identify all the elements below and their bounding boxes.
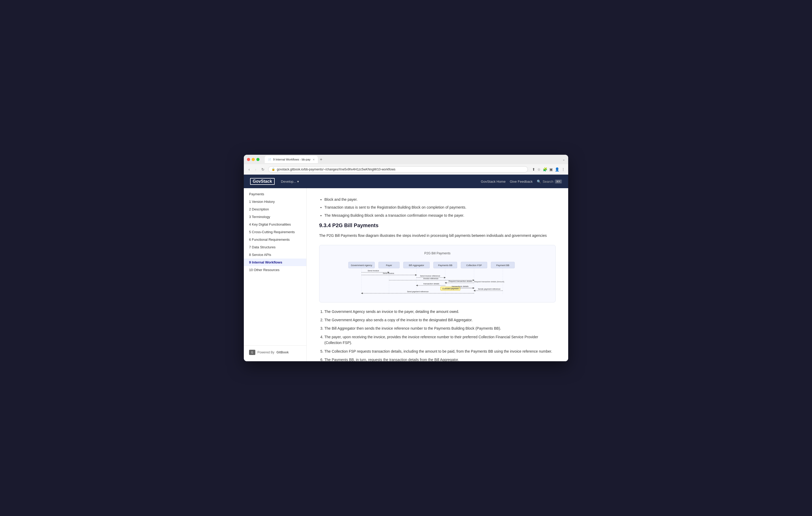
feedback-link[interactable]: Give Feedback (510, 180, 532, 183)
numbered-item-1: The Government Agency sends an invoice t… (324, 309, 556, 314)
diagram-title: P2G Bill Payments (326, 251, 549, 255)
toolbar-icons: ⬆ ☆ 🧩 ▣ 👤 ⋮ (532, 167, 565, 172)
content-area: Block and the payer. Transaction status … (307, 188, 568, 361)
svg-text:Invoice reference: Invoice reference (423, 277, 438, 280)
svg-text:Sends payment reference: Sends payment reference (478, 288, 500, 290)
svg-text:Government Agency: Government Agency (351, 264, 372, 267)
svg-text:Payment BB: Payment BB (496, 264, 509, 267)
home-link[interactable]: GovStack Home (481, 180, 506, 183)
sidebar-footer: G Powered By GitBook (244, 345, 306, 359)
top-bullet-list: Block and the payer. Transaction status … (324, 196, 556, 218)
svg-text:Send invoice reference: Send invoice reference (420, 275, 440, 277)
share-icon[interactable]: ⬆ (532, 167, 535, 172)
app-layout: GovStack Develop... ▾ GovStack Home Give… (244, 175, 568, 361)
address-input[interactable]: 🔒 govstack.gitbook.io/bb-payments/~/chan… (268, 166, 528, 173)
reload-button[interactable]: ↻ (260, 166, 266, 173)
gitbook-logo-icon: G (249, 350, 255, 355)
bullet-item-1: Block and the payer. (324, 196, 556, 202)
tab-close-button[interactable]: ✕ (313, 158, 315, 161)
address-bar: ‹ › ↻ 🔒 govstack.gitbook.io/bb-payments/… (244, 164, 568, 175)
numbered-item-4: The payer, upon receiving the invoice, p… (324, 334, 556, 346)
sidebar-item-3[interactable]: 3 Terminology (244, 213, 306, 221)
sidebar-item-payments[interactable]: Payments (244, 190, 306, 198)
numbered-list: The Government Agency sends an invoice t… (324, 309, 556, 361)
numbered-item-3: The Bill Aggregator then sends the invoi… (324, 326, 556, 331)
sidebar-item-7[interactable]: 7 Data Structures (244, 243, 306, 251)
section-title: 9.3.4 P2G Bill Payments (319, 222, 556, 229)
numbered-item-6: The Payments BB, in turn, requests the t… (324, 357, 556, 361)
svg-marker-42 (473, 290, 475, 292)
tab-title: 9 Internal Workflows - bb-pay (273, 158, 311, 161)
browser-tab[interactable]: 📄 9 Internal Workflows - bb-pay ✕ (265, 156, 318, 163)
titlebar: 📄 9 Internal Workflows - bb-pay ✕ + ⌄ (244, 155, 568, 164)
bullet-item-2: Transaction status is sent to the Regist… (324, 205, 556, 210)
diagram-container: P2G Bill Payments Government Agency Paye… (319, 245, 556, 302)
sidebar-item-9[interactable]: 9 Internal Workflows (244, 259, 306, 266)
sidebar-item-8[interactable]: 8 Service APIs (244, 251, 306, 259)
new-tab-button[interactable]: + (319, 156, 323, 163)
svg-marker-34 (416, 285, 418, 286)
numbered-item-5: The Collection FSP requests transaction … (324, 348, 556, 354)
section-desc: The P2G Bill Payments flow diagram illus… (319, 233, 556, 238)
sidebar-item-1[interactable]: 1 Version History (244, 198, 306, 206)
sidebar-item-10[interactable]: 10 Other Resources (244, 266, 306, 274)
svg-marker-25 (444, 277, 446, 278)
svg-marker-45 (361, 293, 363, 294)
tab-list-button[interactable]: ⌄ (562, 158, 565, 161)
svg-text:Send payment reference: Send payment reference (407, 291, 429, 293)
sidebar-item-6[interactable]: 6 Functional Requirements (244, 236, 306, 243)
keyboard-shortcut: ⌘K (555, 180, 562, 183)
main-content: Payments 1 Version History 2 Description… (244, 188, 568, 361)
svg-marker-22 (415, 274, 417, 276)
close-button[interactable] (247, 158, 250, 161)
tab-area: 📄 9 Internal Workflows - bb-pay ✕ + ⌄ (265, 156, 565, 163)
svg-marker-31 (445, 282, 446, 284)
svg-text:Send Invoice: Send Invoice (383, 272, 394, 274)
browser-window: 📄 9 Internal Workflows - bb-pay ✕ + ⌄ ‹ … (244, 155, 568, 361)
bookmark-icon[interactable]: ☆ (537, 167, 541, 172)
search-icon: 🔍 (537, 180, 541, 183)
svg-text:Send Invoice: Send Invoice (368, 270, 379, 272)
logo: GovStack (250, 178, 275, 185)
sidebar-item-5[interactable]: 5 Cross-Cutting Requirements (244, 228, 306, 236)
forward-button[interactable]: › (254, 166, 258, 173)
url-text: govstack.gitbook.io/bb-payments/~/change… (277, 168, 524, 171)
svg-text:Request transaction details (A: Request transaction details (Amount) (474, 281, 504, 283)
svg-text:Collection FSP: Collection FSP (466, 264, 482, 267)
svg-text:transactions details: transactions details (452, 285, 468, 287)
minimize-button[interactable] (252, 158, 255, 161)
extensions-icon[interactable]: 🧩 (543, 167, 547, 172)
svg-text:Payments BB: Payments BB (438, 264, 453, 267)
svg-text:Bill Aggregator: Bill Aggregator (409, 264, 424, 267)
search-box[interactable]: 🔍 Search ⌘K (537, 180, 562, 183)
svg-text:Request transaction details: Request transaction details (448, 280, 472, 282)
sidebar: Payments 1 Version History 2 Description… (244, 188, 307, 361)
sidebar-icon[interactable]: ▣ (549, 167, 553, 172)
svg-text:Executes payment: Executes payment (442, 287, 459, 290)
sidebar-item-2[interactable]: 2 Description (244, 206, 306, 213)
back-button[interactable]: ‹ (247, 166, 252, 173)
profile-icon[interactable]: 👤 (555, 167, 559, 172)
powered-by-label: Powered By (257, 351, 274, 354)
flow-diagram: Government Agency Payer Bill Aggregator … (346, 259, 529, 296)
menu-icon[interactable]: ⋮ (561, 167, 565, 172)
traffic-lights (247, 158, 260, 161)
develop-menu[interactable]: Develop... ▾ (281, 180, 299, 183)
svg-text:transaction details: transaction details (424, 282, 439, 285)
sidebar-item-4[interactable]: 4 Key Digital Functionalities (244, 221, 306, 228)
app-header: GovStack Develop... ▾ GovStack Home Give… (244, 175, 568, 188)
svg-text:Payer: Payer (386, 264, 392, 267)
gitbook-brand: GitBook (277, 351, 289, 354)
bullet-item-3: The Messaging Building Block sends a tra… (324, 213, 556, 218)
fullscreen-button[interactable] (256, 158, 260, 161)
numbered-item-2: The Government Agency also sends a copy … (324, 317, 556, 323)
svg-marker-39 (473, 287, 474, 289)
lock-icon: 🔒 (271, 168, 275, 171)
